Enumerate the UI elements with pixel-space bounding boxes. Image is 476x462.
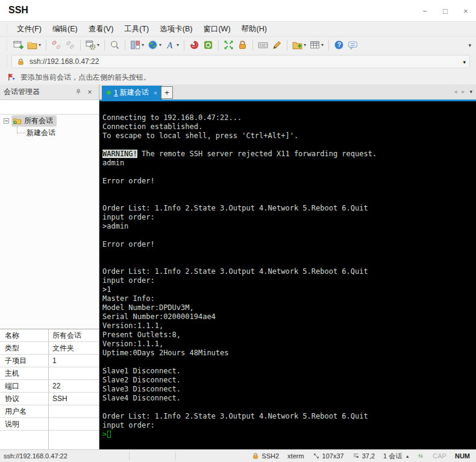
status-item[interactable] [417,452,424,460]
status-dropdown-caret-icon[interactable]: ▴ [406,454,409,459]
tree-expander-icon[interactable] [4,118,9,124]
session-search-input[interactable] [0,103,101,112]
compose-icon [272,40,282,50]
menu-item[interactable]: 帮助(H) [236,22,272,36]
menu-item[interactable]: 查看(V) [83,22,119,36]
web-button[interactable]: ▾ [146,38,163,52]
status-item-label: CAP [433,452,446,460]
tree-item-new-session[interactable]: 新建会话 [0,127,99,139]
find-button[interactable] [108,38,122,52]
session-manager-header: 会话管理器 × [0,84,99,100]
status-item-1-[interactable]: 1 会话▴ [383,452,409,461]
terminal-line: To escape to local shell, press 'Ctrl+Al… [102,131,476,141]
property-label: 协议 [0,394,48,404]
lock-icon [252,452,259,460]
tab-scroll-left-icon[interactable]: ◂ [454,88,457,95]
open-folder-button[interactable]: ▾ [25,38,43,52]
terminal-output[interactable]: Connecting to 192.168.0.47:22...Connecti… [99,101,476,449]
menu-item[interactable]: 编辑(E) [47,22,83,36]
toolbar-overflow-icon[interactable]: ▾ [468,42,471,48]
dropdown-caret-icon[interactable]: ▾ [177,42,179,48]
new-tab-button[interactable]: + [161,86,173,99]
tab-list-dropdown-icon[interactable]: ▾ [469,89,472,95]
toolbar-separator [80,40,81,51]
terminal-line [102,258,476,267]
layout-button[interactable]: ▾ [128,38,146,52]
toolbar-grip[interactable] [6,39,9,51]
terminal-line: Order List: 1.Info 2.State 3.Output 4.Ne… [102,412,476,421]
maximize-button[interactable]: □ [435,0,456,22]
font-icon: A [165,40,175,50]
font-button[interactable]: A▾ [163,38,181,52]
tab-new-session[interactable]: 1 新建会话 × [102,86,162,100]
keyboard-button[interactable] [256,38,270,52]
disconnect-button[interactable] [49,38,63,52]
address-grip[interactable] [6,55,9,68]
pin-icon [75,89,83,96]
feedback-button[interactable] [346,38,360,52]
dropdown-caret-icon[interactable]: ▾ [97,42,99,48]
terminal-area: 1 新建会话 × + ◂ ▸ ▾ Connecting to 192.168.0… [99,84,476,449]
dropdown-caret-icon[interactable]: ▾ [39,42,41,48]
tree-item-label[interactable]: 新建会话 [27,128,55,138]
terminal-line: admin [102,159,476,168]
property-row: 主机 [0,367,99,380]
fullscreen-icon [224,40,234,50]
close-button[interactable]: × [456,0,476,22]
help-button[interactable]: ? [332,38,346,52]
status-item-37-2[interactable]: 37,2 [352,452,375,460]
new-file-button[interactable]: ▾ [290,38,308,52]
status-item-label: SSH2 [261,452,279,460]
fullscreen-button[interactable] [222,38,236,52]
status-item-num[interactable]: NUM [455,452,470,460]
dropdown-caret-icon[interactable]: ▾ [142,42,144,48]
panel-close-icon[interactable]: × [84,87,95,98]
update-button[interactable] [201,38,215,52]
new-session-button[interactable] [11,38,25,52]
minimize-button[interactable]: − [415,0,435,22]
status-session-url: ssh://192.168.0.47:22 [0,452,128,460]
toolbar-separator [287,40,287,51]
toolbar-separator [46,40,46,51]
status-item-xterm[interactable]: xterm [287,452,304,460]
terminal-line: input order: [102,213,476,222]
status-item-107x37[interactable]: 107x37 [313,452,344,460]
terminal-line: Version:1.1.1, [102,321,476,331]
grid-button[interactable]: ▾ [308,38,325,52]
tab-scroll-right-icon[interactable]: ▸ [462,88,465,95]
address-dropdown-icon[interactable]: ▾ [463,59,466,65]
property-value: 1 [48,356,99,365]
menu-grip[interactable] [6,24,9,34]
tree-item-label[interactable]: 所有会话 [24,116,53,126]
dropdown-caret-icon[interactable]: ▾ [304,42,306,48]
tab-close-icon[interactable]: × [154,89,157,97]
svg-text:A: A [166,40,173,50]
menu-item[interactable]: 工具(T) [119,22,154,36]
terminal-line [102,403,476,412]
menu-item[interactable]: 选项卡(B) [154,22,198,36]
pin-icon[interactable] [74,87,84,98]
address-field[interactable]: ssh://192.168.0.47:22 ▾ [11,55,470,68]
terminal-line [102,249,476,258]
session-properties-button[interactable]: ▾ [84,38,101,52]
dropdown-caret-icon[interactable]: ▾ [321,42,324,48]
tree-item-all-sessions[interactable]: 所有会话 [0,115,99,127]
property-label: 端口 [0,381,48,391]
trace-button[interactable] [187,38,201,52]
status-item-ssh2[interactable]: SSH2 [252,452,279,460]
trace-icon [189,40,199,50]
terminal-line: Version:1.1.1, [102,340,476,349]
reconnect-button[interactable] [63,38,77,52]
dropdown-caret-icon[interactable]: ▾ [159,42,161,48]
toolbar-separator [328,40,329,51]
terminal-line: input order: [102,276,476,285]
status-item-cap[interactable]: CAP [433,452,446,460]
note-text: 要添加当前会话，点击左侧的箭头按钮。 [20,72,151,83]
lock-button[interactable] [236,38,249,52]
menu-item[interactable]: 窗口(W) [198,22,236,36]
compose-button[interactable] [270,38,284,52]
menu-item[interactable]: 文件(F) [11,22,47,36]
property-value: 文件夹 [48,343,99,353]
terminal-line: Uptime:0Days 2Hours 48Minutes [102,349,476,358]
address-url[interactable]: ssh://192.168.0.47:22 [30,57,99,66]
